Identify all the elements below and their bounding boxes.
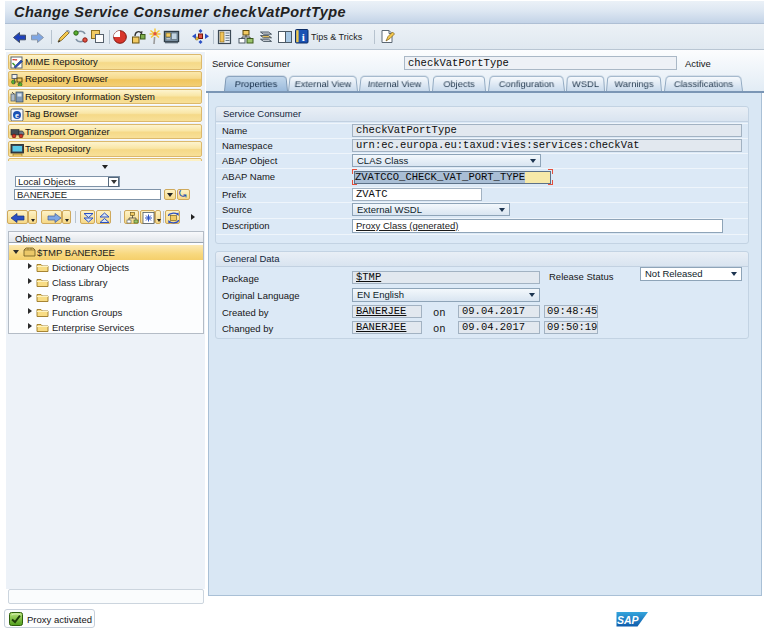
- svg-text:SAP: SAP: [617, 614, 640, 626]
- svg-text:i: i: [302, 31, 305, 43]
- svg-text:e: e: [15, 110, 19, 120]
